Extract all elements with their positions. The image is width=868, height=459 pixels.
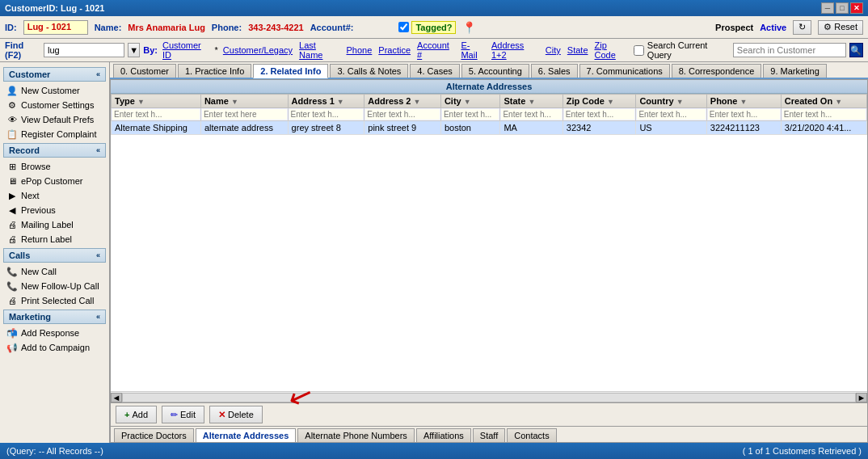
tab-8-correspondence[interactable]: 8. Correspondence [672, 64, 762, 78]
filter-zip-input[interactable] [564, 109, 635, 120]
sub-tab-staff[interactable]: Staff [473, 428, 505, 442]
filter-phone-input[interactable] [708, 109, 780, 120]
sidebar-item-print-selected-call[interactable]: 🖨 Print Selected Call [0, 293, 109, 308]
browse-icon: ⊞ [6, 161, 18, 172]
sidebar-item-customer-settings[interactable]: ⚙ Customer Settings [0, 98, 109, 112]
nav-email[interactable]: E-Mail [461, 40, 485, 60]
nav-phone[interactable]: Phone [347, 45, 373, 55]
col-phone: Phone ▼ [706, 95, 781, 108]
phone-value: 343-243-4221 [248, 23, 304, 32]
collapse-customer-icon: « [96, 70, 100, 78]
edit-button[interactable]: ✏ Edit [162, 406, 204, 423]
sub-tab-practice-doctors[interactable]: Practice Doctors [114, 428, 194, 442]
sub-tab-contacts[interactable]: Contacts [507, 428, 556, 442]
filter-state-input[interactable] [501, 109, 561, 120]
nav-zip[interactable]: Zip Code [595, 40, 629, 60]
tab-1-practice-info[interactable]: 1. Practice Info [178, 64, 251, 78]
tab-3-calls-notes[interactable]: 3. Calls & Notes [330, 64, 408, 78]
delete-label: Delete [228, 410, 254, 419]
filter-country [636, 108, 706, 121]
nav-state[interactable]: State [567, 45, 588, 55]
delete-button[interactable]: ✕ Delete [209, 406, 263, 423]
refresh-button[interactable]: ↻ [793, 20, 811, 35]
filter-address1-input[interactable] [289, 109, 364, 120]
nav-account[interactable]: Account # [417, 40, 454, 60]
sidebar-item-new-call[interactable]: 📞 New Call [0, 264, 109, 279]
sidebar-item-next[interactable]: ▶ Next [0, 188, 109, 203]
sub-tab-alternate-phone[interactable]: Alternate Phone Numbers [297, 428, 415, 442]
minimize-button[interactable]: ─ [821, 2, 834, 14]
sidebar-item-new-customer[interactable]: 👤 New Customer [0, 83, 109, 98]
col-country: Country ▼ [636, 95, 706, 108]
sidebar-item-browse-label: Browse [21, 162, 51, 171]
nav-address[interactable]: Address 1+2 [491, 40, 539, 60]
tab-7-communications[interactable]: 7. Communications [579, 64, 670, 78]
tab-9-marketing[interactable]: 9. Marketing [763, 64, 827, 78]
tab-5-accounting[interactable]: 5. Accounting [461, 64, 529, 78]
find-input[interactable] [44, 43, 124, 57]
sidebar-item-epop-customer[interactable]: 🖥 ePop Customer [0, 174, 109, 188]
account-label: Account#: [310, 23, 354, 32]
col-address1: Address 1 ▼ [288, 95, 364, 108]
search-input[interactable] [733, 43, 846, 57]
sidebar-item-new-followup-call[interactable]: 📞 New Follow-Up Call [0, 279, 109, 293]
nav-customer-id[interactable]: Customer ID [162, 40, 210, 60]
sidebar-item-previous[interactable]: ◀ Previous [0, 203, 109, 217]
scrollbar-track [122, 393, 856, 402]
filter-created-input[interactable] [782, 109, 866, 120]
id-label: ID: [5, 23, 17, 32]
nav-city[interactable]: City [546, 45, 561, 55]
filter-country-input[interactable] [637, 109, 705, 120]
name-label: Name: [95, 23, 122, 32]
id-value[interactable]: Lug - 1021 [23, 20, 88, 35]
search-current-query-checkbox[interactable] [634, 45, 644, 56]
tagged-checkbox-input[interactable] [398, 22, 409, 32]
content-area: Customer « 👤 New Customer ⚙ Customer Set… [0, 62, 868, 443]
filter-address2-input[interactable] [365, 109, 440, 120]
sub-tab-affiliations[interactable]: Affiliations [416, 428, 471, 442]
sidebar-item-browse[interactable]: ⊞ Browse [0, 159, 109, 174]
nav-practice[interactable]: Practice [378, 45, 411, 55]
sidebar-item-mailing-label[interactable]: 🖨 Mailing Label [0, 217, 109, 232]
tab-content-related-info: Alternate Addresses Type ▼ Name ▼ Addres… [110, 79, 868, 443]
filter-name-input[interactable] [202, 109, 287, 120]
sidebar-section-record[interactable]: Record « [3, 143, 106, 158]
sidebar-section-calls[interactable]: Calls « [3, 248, 106, 263]
tab-2-related-info[interactable]: 2. Related Info [253, 64, 328, 78]
nav-legacy[interactable]: Customer/Legacy [223, 45, 293, 55]
horizontal-scrollbar[interactable]: ◄ ► [111, 391, 867, 402]
sidebar-item-new-call-label: New Call [21, 267, 57, 276]
find-dropdown-button[interactable]: ▼ [128, 43, 140, 57]
search-go-button[interactable]: 🔍 [849, 43, 863, 57]
tab-0-customer[interactable]: 0. Customer [113, 64, 176, 78]
scroll-left-btn[interactable]: ◄ [111, 393, 122, 402]
sidebar-section-customer[interactable]: Customer « [3, 67, 106, 82]
tab-4-cases[interactable]: 4. Cases [410, 64, 459, 78]
scroll-right-btn[interactable]: ► [856, 393, 867, 402]
reset-button[interactable]: ⚙ Reset [818, 20, 863, 35]
sidebar-item-return-label[interactable]: 🖨 Return Label [0, 232, 109, 246]
tagged-checkbox[interactable]: Tagged? [398, 21, 456, 34]
map-icon[interactable]: 📍 [462, 21, 476, 34]
filter-type-input[interactable] [112, 109, 200, 120]
sidebar-item-add-response[interactable]: 📬 Add Response [0, 326, 109, 340]
find-toolbar: Find (F2) ▼ By: Customer ID * Customer/L… [0, 39, 868, 62]
sidebar-item-customer-settings-label: Customer Settings [21, 100, 94, 110]
filter-city-input[interactable] [442, 109, 499, 120]
maximize-button[interactable]: □ [836, 2, 849, 14]
sidebar-section-marketing[interactable]: Marketing « [3, 310, 106, 324]
phone-label: Phone: [212, 23, 242, 32]
table-row[interactable]: Alternate Shipping alternate address gre… [112, 121, 867, 135]
nav-last-name[interactable]: Last Name [299, 40, 339, 60]
close-button[interactable]: ✕ [850, 2, 863, 14]
sidebar-item-previous-label: Previous [21, 205, 56, 215]
sidebar-item-register-complaint[interactable]: 📋 Register Complaint [0, 127, 109, 141]
tabs-content: 0. Customer 1. Practice Info 2. Related … [110, 62, 868, 443]
sub-tab-alternate-addresses[interactable]: Alternate Addresses [196, 428, 297, 442]
sidebar-item-view-default-prefs[interactable]: 👁 View Default Prefs [0, 112, 109, 127]
add-button[interactable]: + Add [116, 406, 157, 423]
sidebar-item-add-to-campaign[interactable]: 📢 Add to Campaign [0, 340, 109, 355]
print-call-icon: 🖨 [6, 295, 18, 306]
tab-6-sales[interactable]: 6. Sales [531, 64, 578, 78]
filter-state [500, 108, 563, 121]
